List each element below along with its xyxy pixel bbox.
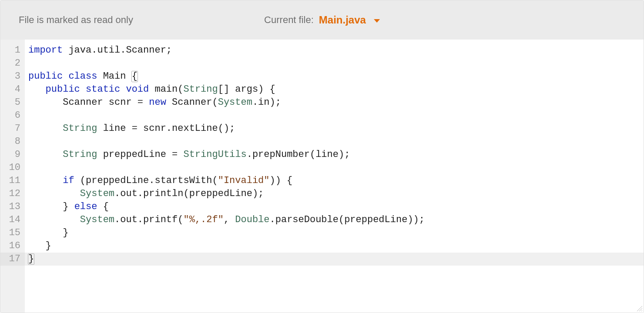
- code-line: System.out.printf("%,.2f", Double.parseD…: [28, 213, 640, 226]
- line-number: 5: [5, 96, 20, 109]
- line-number-gutter: 1234567891011121314151617: [0, 40, 25, 313]
- resize-handle-icon[interactable]: [636, 305, 643, 312]
- code-line: }: [25, 253, 644, 266]
- line-number: 1: [5, 44, 20, 57]
- line-number: 16: [5, 240, 20, 253]
- line-number: 14: [5, 213, 20, 226]
- line-number: 13: [5, 200, 20, 213]
- line-number: 10: [5, 161, 20, 174]
- code-text[interactable]: import java.util.Scanner;public class Ma…: [25, 40, 644, 313]
- code-line: public class Main {: [28, 70, 640, 83]
- line-number: 6: [5, 109, 20, 122]
- line-number: 17: [0, 253, 25, 266]
- line-number: 7: [5, 122, 20, 135]
- readonly-notice: File is marked as read only: [19, 14, 133, 26]
- svg-line-2: [641, 310, 642, 311]
- code-line: [28, 135, 640, 148]
- file-selector[interactable]: Current file: Main.java: [264, 14, 380, 26]
- current-file-label: Current file:: [264, 14, 314, 26]
- line-number: 9: [5, 148, 20, 161]
- code-line: [28, 57, 640, 70]
- code-line: }: [28, 226, 640, 240]
- code-line: import java.util.Scanner;: [28, 44, 640, 57]
- editor-toolbar: File is marked as read only Current file…: [0, 0, 644, 40]
- line-number: 15: [5, 226, 20, 240]
- code-line: String preppedLine = StringUtils.prepNum…: [28, 148, 640, 161]
- code-line: } else {: [28, 200, 640, 213]
- line-number: 11: [5, 174, 20, 187]
- code-line: public static void main(String[] args) {: [28, 83, 640, 96]
- current-file-name: Main.java: [319, 14, 366, 26]
- chevron-down-icon: [374, 19, 380, 23]
- code-line: String line = scnr.nextLine();: [28, 122, 640, 135]
- code-line: [28, 109, 640, 122]
- line-number: 2: [5, 57, 20, 70]
- code-area: 1234567891011121314151617 import java.ut…: [0, 40, 644, 313]
- editor-frame: File is marked as read only Current file…: [0, 0, 644, 313]
- line-number: 4: [5, 83, 20, 96]
- line-number: 8: [5, 135, 20, 148]
- code-line: if (preppedLine.startsWith("Invalid")) {: [28, 174, 640, 187]
- line-number: 12: [5, 187, 20, 200]
- code-line: [28, 161, 640, 174]
- line-number: 3: [5, 70, 20, 83]
- code-line: }: [28, 240, 640, 253]
- code-line: Scanner scnr = new Scanner(System.in);: [28, 96, 640, 109]
- svg-line-0: [637, 306, 642, 311]
- code-line: System.out.println(preppedLine);: [28, 187, 640, 200]
